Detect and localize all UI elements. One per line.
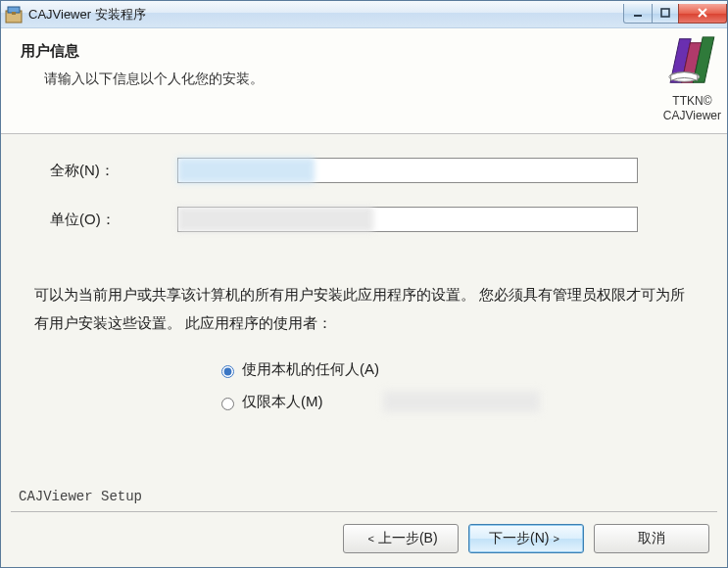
window-title: CAJViewer 安装程序 <box>28 6 624 24</box>
wizard-header: 用户信息 请输入以下信息以个人化您的安装。 TTKN© CAJViewer <box>1 28 727 134</box>
svg-rect-4 <box>661 9 669 17</box>
title-bar: CAJViewer 安装程序 <box>1 1 727 28</box>
radio-anyone[interactable]: 使用本机的任何人(A) <box>217 360 698 379</box>
brand-logo: TTKN© CAJViewer <box>663 34 721 122</box>
installer-window: CAJViewer 安装程序 用户信息 请输入以下信息以个人化您的安装。 <box>0 0 728 568</box>
footer-brand: CAJViewer Setup <box>19 489 142 504</box>
installer-icon <box>5 6 23 24</box>
page-subtitle: 请输入以下信息以个人化您的安装。 <box>44 71 707 88</box>
chevron-left-icon: < <box>367 533 373 544</box>
fullname-row: 全称(N)： <box>30 158 698 183</box>
svg-rect-2 <box>12 12 16 15</box>
next-button[interactable]: 下一步(N) > <box>468 524 584 553</box>
org-label: 单位(O)： <box>30 211 177 229</box>
redacted-overlay <box>177 158 315 183</box>
install-scope-group: 使用本机的任何人(A) 仅限本人(M) <box>217 360 698 411</box>
footer-divider <box>11 511 717 512</box>
wizard-buttons: < 上一步(B) 下一步(N) > 取消 <box>343 524 709 553</box>
page-title: 用户信息 <box>21 42 707 61</box>
back-button-label: 上一步(B) <box>378 530 438 547</box>
brand-line1: TTKN© <box>663 94 721 108</box>
maximize-button[interactable] <box>652 4 679 24</box>
minimize-button[interactable] <box>623 4 653 24</box>
fullname-label: 全称(N)： <box>30 162 177 180</box>
svg-rect-3 <box>634 15 642 17</box>
brand-line2: CAJViewer <box>663 109 721 122</box>
back-button[interactable]: < 上一步(B) <box>343 524 459 553</box>
cancel-button[interactable]: 取消 <box>594 524 709 553</box>
cancel-button-label: 取消 <box>638 530 665 547</box>
radio-onlyme[interactable]: 仅限本人(M) <box>217 393 698 411</box>
org-row: 单位(O)： <box>30 207 698 232</box>
close-button[interactable] <box>678 4 727 24</box>
radio-onlyme-input[interactable] <box>221 398 234 410</box>
redacted-overlay <box>177 207 373 232</box>
radio-onlyme-label: 仅限本人(M) <box>242 393 323 411</box>
next-button-label: 下一步(N) <box>489 530 549 547</box>
redacted-overlay <box>383 391 540 412</box>
radio-anyone-label: 使用本机的任何人(A) <box>242 360 379 379</box>
window-controls <box>624 4 727 25</box>
radio-anyone-input[interactable] <box>221 365 234 378</box>
wizard-body: 全称(N)： 单位(O)： 可以为当前用户或共享该计算机的所有用户安装此应用程序… <box>1 134 727 567</box>
books-icon <box>663 34 720 89</box>
install-scope-description: 可以为当前用户或共享该计算机的所有用户安装此应用程序的设置。 您必须具有管理员权… <box>30 281 698 337</box>
chevron-right-icon: > <box>554 533 559 544</box>
